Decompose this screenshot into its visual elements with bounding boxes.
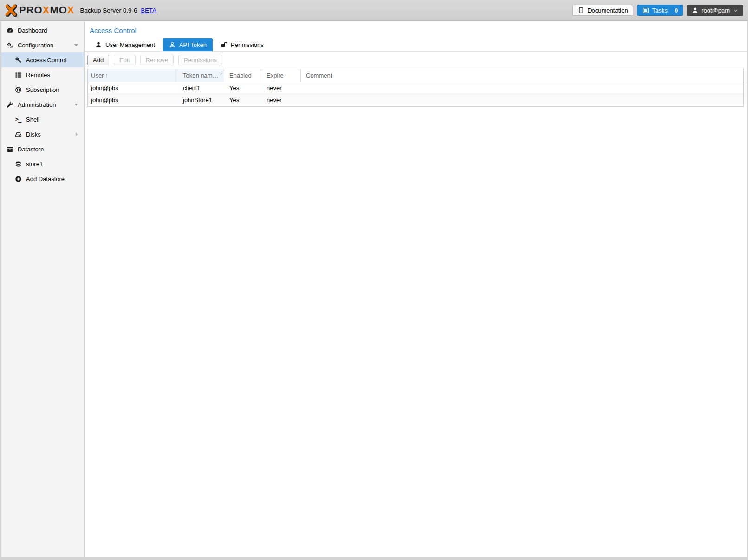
sidebar-item-store1[interactable]: store1 [1,156,84,171]
column-header-comment[interactable]: Comment [301,69,743,82]
sidebar-item-label: Subscription [26,86,59,93]
table-row[interactable]: john@pbs client1 Yes never [88,82,743,94]
documentation-button[interactable]: Documentation [572,5,633,16]
tachometer-icon [6,27,13,34]
header-actions: Documentation Tasks 0 root@pam [572,5,743,16]
sidebar-item-datastore[interactable]: Datastore [1,142,84,156]
column-header-enabled[interactable]: Enabled [224,69,261,82]
grid-toolbar: Add Edit Remove Permissions [85,52,747,69]
sidebar-item-administration[interactable]: Administration [1,97,84,112]
terminal-icon: >_ [14,116,22,123]
sidebar-item-label: Datastore [18,146,44,153]
main-area: Dashboard Configuration Acces [1,21,747,557]
column-label: Enabled [229,72,252,79]
user-outline-icon [169,41,176,48]
logo-seg-orange2: X [67,4,75,16]
sidebar-item-configuration[interactable]: Configuration [1,38,84,52]
sidebar-item-subscription[interactable]: Subscription [1,82,84,97]
sidebar-item-dashboard[interactable]: Dashboard [1,23,84,38]
user-solid-icon [95,41,102,48]
cell-token-name: client1 [175,82,224,94]
logo-seg-dark1: PRO [19,4,43,16]
edit-button[interactable]: Edit [114,55,135,65]
beta-link[interactable]: BETA [141,7,156,14]
column-label: Expire [267,72,284,79]
table-header-row: User ↑ Token nam… Enabled Expire Comment [88,69,743,82]
sidebar-item-label: store1 [26,161,43,168]
cell-user: john@pbs [88,82,175,94]
cell-user: john@pbs [88,94,175,106]
task-list-icon [642,7,649,14]
remove-button[interactable]: Remove [140,55,174,65]
sidebar-item-label: Remotes [26,72,50,78]
cell-expire: never [261,82,301,94]
tab-label: User Management [105,41,155,48]
tasks-label: Tasks [652,7,668,14]
sidebar-item-label: Access Control [26,57,66,64]
column-label: User [91,72,104,79]
user-icon [692,7,698,13]
cell-token-name: johnStore1 [175,94,224,106]
sidebar-item-shell[interactable]: >_ Shell [1,112,84,127]
cell-comment [301,94,743,106]
logo-seg-orange1: X [43,4,50,16]
sidebar-item-add-datastore[interactable]: Add Datastore [1,171,84,186]
column-label: Comment [306,72,332,79]
database-icon [14,161,22,168]
unlock-icon [221,41,227,48]
sidebar-nav: Dashboard Configuration Acces [1,21,85,557]
collapse-arrow-icon[interactable] [74,104,78,106]
tab-label: Permissions [231,41,264,48]
tab-user-management[interactable]: User Management [89,38,161,51]
product-name: Backup Server 0.9-6 [80,7,137,14]
column-header-token-name[interactable]: Token nam… [175,69,224,82]
column-label: Token nam… [183,72,219,79]
user-menu-button[interactable]: root@pam [687,5,743,16]
collapse-arrow-icon[interactable] [74,44,78,46]
table-row[interactable]: john@pbs johnStore1 Yes never [88,94,743,106]
api-token-table: User ↑ Token nam… Enabled Expire Comment [87,69,744,107]
chevron-down-icon [733,8,738,13]
permissions-button[interactable]: Permissions [178,55,222,65]
expand-arrow-icon[interactable] [76,132,78,136]
tasks-count-badge: 0 [675,7,678,14]
tasks-button[interactable]: Tasks 0 [637,5,683,16]
tab-bar: User Management API Token [85,34,747,52]
proxmox-x-mark-icon [5,4,17,17]
sort-ascending-icon: ↑ [105,72,108,79]
app-header: PROXMOX Backup Server 0.9-6 BETA Documen… [0,0,748,21]
column-header-expire[interactable]: Expire [261,69,301,82]
tab-label: API Token [179,41,207,48]
sidebar-item-disks[interactable]: Disks [1,127,84,142]
sort-secondary-icon [220,72,223,75]
page-title: Access Control [85,21,747,34]
documentation-label: Documentation [587,7,628,14]
life-ring-icon [14,86,22,93]
sidebar-item-access-control[interactable]: Access Control [1,52,84,67]
sidebar-item-label: Disks [26,131,41,138]
tab-api-token[interactable]: API Token [163,38,213,51]
cell-comment [301,82,743,94]
user-menu-label: root@pam [702,7,730,14]
sidebar-item-label: Add Datastore [26,176,65,182]
add-button[interactable]: Add [87,55,109,65]
cell-enabled: Yes [224,82,261,94]
logo-seg-dark2: MO [50,4,67,16]
logo-wordmark: PROXMOX [19,4,75,16]
column-header-user[interactable]: User ↑ [88,69,175,82]
book-icon [578,7,584,13]
cogs-icon [6,42,13,49]
sidebar-item-label: Dashboard [18,27,47,34]
key-icon [14,57,22,64]
sidebar-item-label: Administration [18,101,56,108]
cell-enabled: Yes [224,94,261,106]
sidebar-item-remotes[interactable]: Remotes [1,67,84,82]
wrench-icon [6,101,13,108]
proxmox-logo: PROXMOX [5,4,75,17]
sidebar-item-label: Shell [26,116,39,123]
plus-circle-icon [14,176,22,182]
list-icon [14,72,22,78]
tab-permissions[interactable]: Permissions [215,38,270,51]
archive-icon [6,146,13,153]
cell-expire: never [261,94,301,106]
